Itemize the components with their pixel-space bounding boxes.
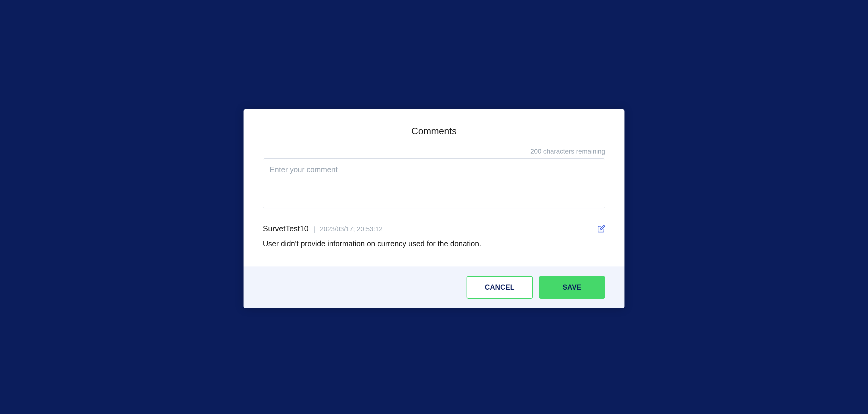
cancel-button[interactable]: CANCEL: [467, 276, 533, 299]
comment-timestamp: 2023/03/17; 20:53:12: [320, 225, 382, 233]
edit-icon[interactable]: [597, 225, 605, 233]
comment-separator: |: [313, 225, 315, 233]
modal-footer: CANCEL SAVE: [244, 267, 624, 308]
existing-comment: SurvetTest10 | 2023/03/17; 20:53:12 User…: [263, 224, 605, 250]
comment-input[interactable]: [263, 159, 605, 208]
comment-meta: SurvetTest10 | 2023/03/17; 20:53:12: [263, 224, 382, 233]
char-counter: 200 characters remaining: [263, 147, 605, 156]
modal-content: Comments 200 characters remaining Survet…: [244, 109, 624, 267]
modal-title: Comments: [263, 126, 605, 137]
comment-body: User didn't provide information on curre…: [263, 238, 605, 250]
save-button[interactable]: SAVE: [539, 276, 605, 299]
comments-modal: Comments 200 characters remaining Survet…: [244, 109, 624, 308]
comment-author: SurvetTest10: [263, 224, 309, 233]
comment-header: SurvetTest10 | 2023/03/17; 20:53:12: [263, 224, 605, 233]
